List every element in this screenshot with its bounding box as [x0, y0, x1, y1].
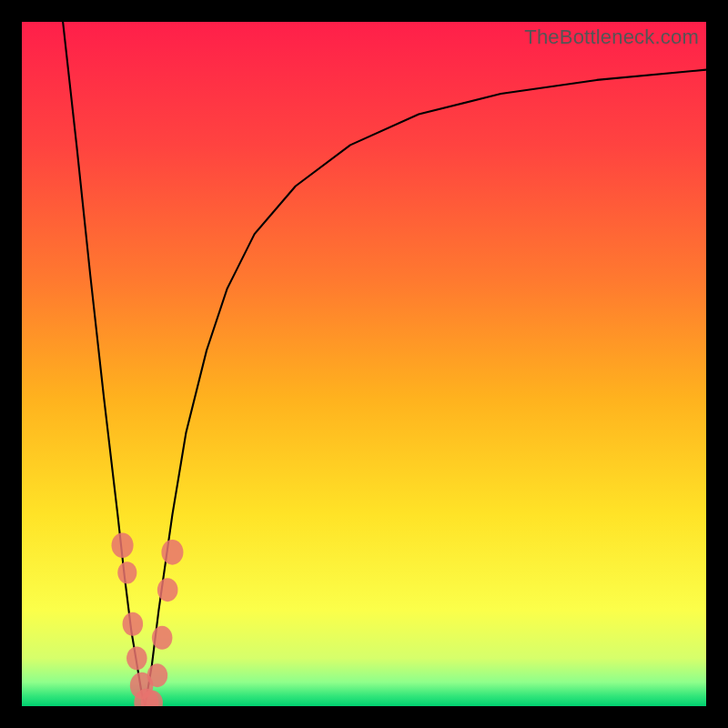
data-marker [157, 578, 178, 602]
chart-frame: TheBottleneck.com [0, 0, 728, 728]
plot-area: TheBottleneck.com [22, 22, 706, 706]
data-marker [152, 626, 173, 650]
bottleneck-curve [63, 22, 706, 706]
curve-left-branch [63, 22, 145, 706]
data-marker [112, 532, 134, 558]
chart-svg [22, 22, 706, 706]
data-marker [147, 663, 168, 687]
curve-right-branch [145, 70, 706, 706]
data-marker [117, 561, 136, 583]
data-marker [123, 612, 144, 636]
data-marker [161, 540, 183, 565]
data-marker [126, 646, 147, 670]
